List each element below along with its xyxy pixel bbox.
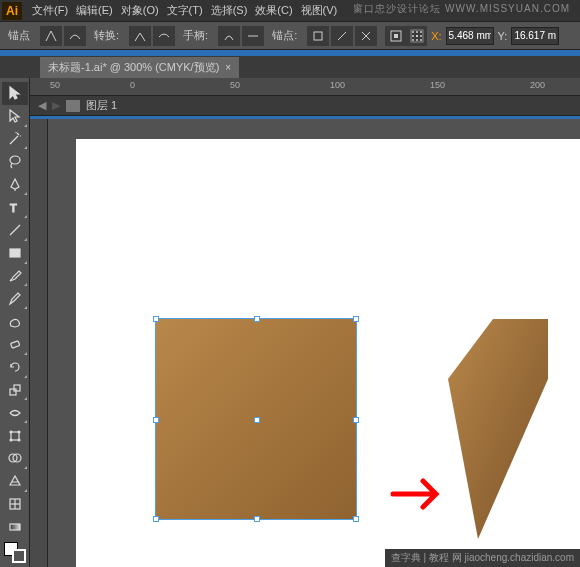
remove-anchor-btn[interactable] <box>307 26 329 46</box>
svg-rect-17 <box>10 249 20 257</box>
options-bar: 锚点 转换: 手柄: 锚点: X: Y: <box>0 22 580 50</box>
app-logo: Ai <box>2 2 22 20</box>
brush-tool[interactable] <box>2 265 28 288</box>
gradient-tool[interactable] <box>2 515 28 538</box>
selection-handle[interactable] <box>254 316 260 322</box>
rotate-tool[interactable] <box>2 356 28 379</box>
handle-label: 手柄: <box>183 28 208 43</box>
svg-line-16 <box>10 225 20 235</box>
color-swatch[interactable] <box>4 542 26 563</box>
workspace: T 50 0 50 100 150 200 ◀ ▶ <box>0 78 580 567</box>
svg-point-13 <box>420 39 422 41</box>
ruler-tick: 150 <box>430 80 445 90</box>
stroke-color-icon[interactable] <box>12 549 26 563</box>
scale-tool[interactable] <box>2 379 28 402</box>
selection-handle[interactable] <box>153 516 159 522</box>
selection-tool[interactable] <box>2 82 28 105</box>
layers-icon[interactable] <box>66 100 80 112</box>
selection-handle[interactable] <box>353 516 359 522</box>
ruler-horizontal[interactable]: 50 0 50 100 150 200 <box>30 78 580 96</box>
anchor-label: 锚点 <box>8 28 30 43</box>
convert-corner-btn[interactable] <box>129 26 151 46</box>
close-tab-icon[interactable]: × <box>225 62 231 73</box>
menu-type[interactable]: 文字(T) <box>163 0 207 22</box>
layer-name[interactable]: 图层 1 <box>86 98 117 113</box>
ruler-vertical[interactable] <box>30 119 48 567</box>
selection-handle[interactable] <box>254 417 260 423</box>
svg-point-7 <box>420 31 422 33</box>
selection-handle[interactable] <box>353 417 359 423</box>
magic-wand-tool[interactable] <box>2 128 28 151</box>
svg-rect-20 <box>14 385 20 391</box>
svg-point-25 <box>18 439 20 441</box>
layer-back-icon[interactable]: ◀ <box>38 99 46 112</box>
menu-view[interactable]: 视图(V) <box>297 0 342 22</box>
y-input[interactable] <box>511 27 559 45</box>
ruler-tick: 50 <box>50 80 60 90</box>
handle-btn-2[interactable] <box>242 26 264 46</box>
svg-point-5 <box>412 31 414 33</box>
lasso-tool[interactable] <box>2 150 28 173</box>
arrow-annotation <box>388 469 448 519</box>
svg-point-23 <box>18 431 20 433</box>
width-tool[interactable] <box>2 401 28 424</box>
svg-rect-3 <box>394 34 398 38</box>
perspective-tool[interactable] <box>2 470 28 493</box>
convert-smooth-btn[interactable] <box>153 26 175 46</box>
ruler-tick: 0 <box>130 80 135 90</box>
layer-fwd-icon[interactable]: ▶ <box>52 99 60 112</box>
connect-anchor-btn[interactable] <box>331 26 353 46</box>
canvas-area: 50 0 50 100 150 200 ◀ ▶ 图层 1 <box>30 78 580 567</box>
svg-point-12 <box>416 39 418 41</box>
menu-file[interactable]: 文件(F) <box>28 0 72 22</box>
shape-polygon[interactable] <box>448 319 558 549</box>
selection-handle[interactable] <box>353 316 359 322</box>
x-input[interactable] <box>446 27 494 45</box>
ruler-tick: 100 <box>330 80 345 90</box>
anchor-corner-btn[interactable] <box>40 26 62 46</box>
menu-edit[interactable]: 编辑(E) <box>72 0 117 22</box>
menu-object[interactable]: 对象(O) <box>117 0 163 22</box>
handle-btn-1[interactable] <box>218 26 240 46</box>
type-tool[interactable]: T <box>2 196 28 219</box>
anchor-smooth-btn[interactable] <box>64 26 86 46</box>
svg-point-10 <box>420 35 422 37</box>
svg-point-24 <box>10 439 12 441</box>
line-tool[interactable] <box>2 219 28 242</box>
svg-point-9 <box>416 35 418 37</box>
menubar: Ai 文件(F) 编辑(E) 对象(O) 文字(T) 选择(S) 效果(C) 视… <box>0 0 580 22</box>
selection-handle[interactable] <box>153 316 159 322</box>
svg-rect-19 <box>10 389 16 395</box>
menu-select[interactable]: 选择(S) <box>207 0 252 22</box>
eraser-tool[interactable] <box>2 333 28 356</box>
watermark-bottom: 查字典 | 教程 网 jiaocheng.chazidian.com <box>385 549 580 567</box>
selection-handle[interactable] <box>254 516 260 522</box>
tab-bar: 未标题-1.ai* @ 300% (CMYK/预览) × <box>0 56 580 78</box>
svg-rect-21 <box>11 432 19 440</box>
menu-effect[interactable]: 效果(C) <box>251 0 296 22</box>
ruler-tick: 200 <box>530 80 545 90</box>
tools-panel: T <box>0 78 30 567</box>
free-transform-tool[interactable] <box>2 424 28 447</box>
rectangle-tool[interactable] <box>2 242 28 265</box>
svg-point-8 <box>412 35 414 37</box>
ref-point-btn[interactable] <box>407 26 427 46</box>
svg-rect-1 <box>314 32 322 40</box>
isolate-btn[interactable] <box>385 26 407 46</box>
svg-point-6 <box>416 31 418 33</box>
document-tab[interactable]: 未标题-1.ai* @ 300% (CMYK/预览) × <box>40 57 239 78</box>
anchors-label: 锚点: <box>272 28 297 43</box>
artboard[interactable]: 查字典 | 教程 网 jiaocheng.chazidian.com <box>48 119 580 567</box>
x-label: X: <box>431 30 441 42</box>
pen-tool[interactable] <box>2 173 28 196</box>
mesh-tool[interactable] <box>2 493 28 516</box>
watermark-top: 窗口忠沙设计论坛 WWW.MISSYUAN.COM <box>353 2 570 16</box>
pencil-tool[interactable] <box>2 287 28 310</box>
cut-anchor-btn[interactable] <box>355 26 377 46</box>
shape-builder-tool[interactable] <box>2 447 28 470</box>
blob-brush-tool[interactable] <box>2 310 28 333</box>
y-label: Y: <box>498 30 508 42</box>
svg-marker-32 <box>448 319 548 539</box>
selection-handle[interactable] <box>153 417 159 423</box>
direct-selection-tool[interactable] <box>2 105 28 128</box>
